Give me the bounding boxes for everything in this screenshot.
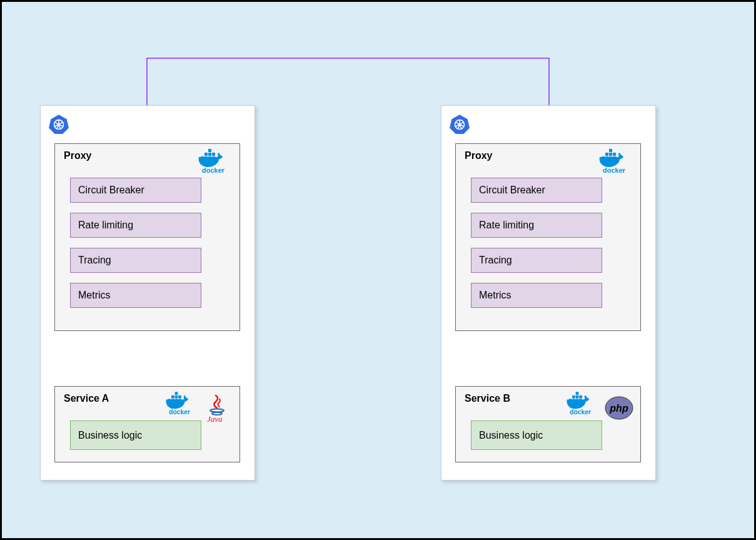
svg-point-27 bbox=[210, 409, 224, 412]
proxy-box-a: Proxy docker Circuit Breaker Rate limiti… bbox=[54, 143, 240, 331]
svg-rect-14 bbox=[208, 153, 211, 156]
svg-rect-23 bbox=[175, 395, 178, 399]
svg-rect-24 bbox=[178, 395, 181, 399]
feature-metrics: Metrics bbox=[70, 283, 201, 308]
docker-icon: docker bbox=[163, 390, 198, 418]
svg-rect-43 bbox=[605, 153, 608, 156]
svg-text:Java: Java bbox=[207, 414, 223, 423]
service-box-a: Service A docker bbox=[54, 386, 240, 462]
php-icon: php bbox=[604, 393, 634, 425]
svg-rect-22 bbox=[171, 395, 174, 399]
proxy-box-b: Proxy docker Circuit Breaker Rate limiti… bbox=[455, 143, 641, 331]
svg-rect-52 bbox=[572, 395, 575, 399]
service-title: Service A bbox=[64, 393, 109, 404]
svg-text:docker: docker bbox=[169, 409, 190, 415]
kubernetes-icon bbox=[48, 113, 69, 137]
feature-rate-limiting: Rate limiting bbox=[471, 213, 602, 238]
feature-circuit-breaker: Circuit Breaker bbox=[70, 178, 201, 203]
proxy-title: Proxy bbox=[64, 150, 91, 161]
service-title: Service B bbox=[465, 393, 510, 404]
proxy-title: Proxy bbox=[465, 150, 492, 161]
pod-b: Proxy docker Circuit Breaker Rate limiti… bbox=[441, 105, 656, 481]
docker-icon: docker bbox=[564, 390, 599, 418]
feature-metrics: Metrics bbox=[471, 283, 602, 308]
kubernetes-icon bbox=[449, 113, 470, 137]
feature-circuit-breaker: Circuit Breaker bbox=[471, 178, 602, 203]
feature-tracing: Tracing bbox=[70, 248, 201, 273]
svg-rect-44 bbox=[609, 153, 612, 156]
business-logic: Business logic bbox=[70, 420, 201, 450]
svg-text:php: php bbox=[609, 403, 628, 414]
svg-rect-54 bbox=[579, 395, 582, 399]
feature-rate-limiting: Rate limiting bbox=[70, 213, 201, 238]
diagram-canvas: Proxy docker Circuit Breaker Rate limiti… bbox=[0, 0, 756, 540]
svg-rect-46 bbox=[609, 149, 612, 152]
service-box-b: Service B docker php Busi bbox=[455, 386, 641, 462]
business-logic: Business logic bbox=[471, 420, 602, 450]
svg-text:docker: docker bbox=[603, 166, 626, 174]
svg-rect-25 bbox=[175, 392, 178, 395]
svg-rect-15 bbox=[212, 153, 215, 156]
docker-icon: docker bbox=[196, 148, 233, 176]
svg-rect-13 bbox=[204, 153, 208, 156]
docker-icon: docker bbox=[597, 148, 634, 176]
svg-rect-45 bbox=[613, 153, 616, 156]
svg-rect-55 bbox=[576, 392, 579, 395]
pod-a: Proxy docker Circuit Breaker Rate limiti… bbox=[40, 105, 255, 481]
svg-text:docker: docker bbox=[570, 409, 591, 415]
feature-tracing: Tracing bbox=[471, 248, 602, 273]
java-icon: Java bbox=[203, 393, 233, 425]
svg-text:docker: docker bbox=[202, 166, 225, 174]
svg-rect-16 bbox=[208, 149, 211, 152]
svg-rect-53 bbox=[576, 395, 579, 399]
